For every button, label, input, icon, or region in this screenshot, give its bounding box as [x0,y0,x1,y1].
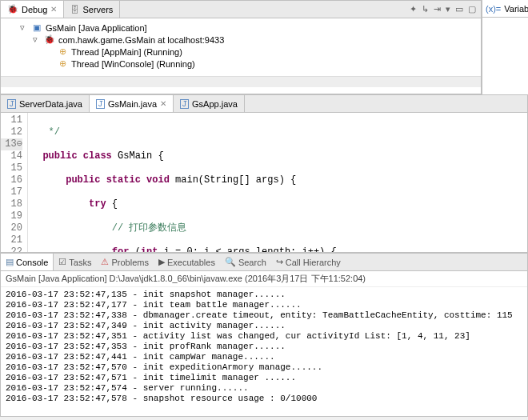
tab-console[interactable]: ▤ Console [1,254,54,270]
tab-variables[interactable]: (x)= Variable [482,0,528,17]
editor-view: 🄹 ServerData.java 🄹 GsMain.java ✕ 🄹 GsAp… [0,94,528,253]
tab-label: Search [238,258,266,267]
executables-icon: ▶ [158,257,165,267]
tab-label: GsApp.java [192,99,238,109]
tab-serverdata[interactable]: 🄹 ServerData.java [1,95,90,112]
tab-label: GsMain.java [108,99,157,109]
console-line: 2016-03-17 23:52:47,135 - init snapshot … [6,290,522,300]
java-app-icon: ▣ [31,22,42,33]
console-line: 2016-03-17 23:52:47,570 - init expeditio… [6,362,522,373]
tab-search[interactable]: 🔍 Search [220,254,271,270]
twisty-icon[interactable]: ▿ [20,22,28,33]
close-icon[interactable]: ✕ [160,99,166,108]
tree-node-thread[interactable]: ⊕ Thread [WinConsole] (Running) [7,58,481,70]
code-area[interactable]: */ public class GsMain { public static v… [28,113,527,252]
console-line: 2016-03-17 23:52:47,353 - init profRank … [6,342,522,352]
tree-label: Thread [WinConsole] (Running) [71,59,195,69]
debug-target-icon: 🐞 [44,34,55,45]
tab-label: Executables [167,258,215,267]
console-icon: ▤ [6,257,14,267]
call-hierarchy-icon: ↪ [276,257,283,267]
code-text: GsMain { [112,150,164,162]
problems-icon: ⚠ [101,257,109,267]
tab-label: ServerData.java [19,99,82,109]
console-tab-bar: ▤ Console ☑ Tasks ⚠ Problems ▶ Executabl… [1,254,527,271]
console-line: 2016-03-17 23:52:47,571 - init timelimit… [6,373,522,383]
code-text: // 打印参数信息 [112,222,187,234]
tab-label: Console [16,258,48,267]
variables-view: (x)= Variable [482,0,528,94]
tree-label: Thread [AppMain] (Running) [71,47,182,57]
debug-tab-bar: 🐞 Debug ✕ 🗄 Servers ✦ ↳ ⇥ ▾ ▭ ▢ [1,1,481,18]
tab-servers[interactable]: 🗄 Servers [64,1,120,18]
console-line: 2016-03-17 23:52:47,351 - activity list … [6,331,522,342]
tasks-icon: ☑ [58,257,66,267]
java-file-icon: 🄹 [180,99,189,109]
tab-gsapp[interactable]: 🄹 GsApp.java [174,95,245,112]
tab-label: Tasks [69,258,91,267]
tree-label: com.hawk.game.GsMain at localhost:9433 [58,35,224,45]
code-text: */ [49,126,60,138]
tab-label: Problems [111,258,148,267]
step-icon[interactable]: ↳ [422,4,429,14]
horizontal-scrollbar[interactable] [1,76,481,87]
remove-terminated-icon[interactable]: ✦ [410,4,417,14]
console-line: 2016-03-17 23:52:47,441 - init campWar m… [6,352,522,362]
tree-node-app[interactable]: ▿ ▣ GsMain [Java Application] [7,22,481,34]
tab-label: Servers [82,5,113,14]
tab-problems[interactable]: ⚠ Problems [96,254,153,270]
console-line: 2016-03-17 23:52:47,177 - init team batt… [6,300,522,310]
java-file-icon: 🄹 [7,99,16,109]
code-text: ( [129,246,140,252]
tab-executables[interactable]: ▶ Executables [154,254,220,270]
servers-icon: 🗄 [70,5,79,14]
tab-gsmain[interactable]: 🄹 GsMain.java ✕ [90,95,174,112]
console-line: 2016-03-17 23:52:47,349 - init activity … [6,321,522,331]
editor-tab-bar: 🄹 ServerData.java 🄹 GsMain.java ✕ 🄹 GsAp… [1,95,527,113]
line-gutter: 111213⊖14151617181920212223 [1,113,28,252]
console-line: 2016-03-17 23:52:47,578 - snapshot resou… [6,394,522,404]
code-text: public class [42,150,111,162]
tab-label: Debug [22,5,47,14]
console-line: 2016-03-17 23:52:47,574 - server running… [6,383,522,394]
tree-node-connection[interactable]: ▿ 🐞 com.hawk.game.GsMain at localhost:94… [7,34,481,46]
code-text: public static void [66,174,170,186]
collapse-icon[interactable]: ⇥ [434,4,441,14]
debug-tree[interactable]: ▿ ▣ GsMain [Java Application] ▿ 🐞 com.ha… [1,18,481,76]
tab-call-hierarchy[interactable]: ↪ Call Hierarchy [271,254,346,270]
search-icon: 🔍 [225,257,236,267]
variables-tab-bar: (x)= Variable [482,0,528,18]
code-text: try [89,198,106,210]
thread-icon: ⊕ [57,46,68,57]
tab-label: Call Hierarchy [286,258,341,267]
menu-icon[interactable]: ▾ [446,4,450,14]
twisty-icon[interactable]: ▿ [33,34,41,45]
debug-toolbar: ✦ ↳ ⇥ ▾ ▭ ▢ [410,4,481,14]
tree-label: GsMain [Java Application] [46,23,147,33]
code-text: for [112,246,130,252]
code-text: i = 0; i < args.length; i++) { [158,246,336,252]
tab-label: Variable [504,4,528,14]
tab-tasks[interactable]: ☑ Tasks [54,254,96,270]
code-text: int [141,246,158,252]
code-text: main(String[] args) { [170,174,296,186]
tab-debug[interactable]: 🐞 Debug ✕ [1,1,64,18]
close-icon[interactable]: ✕ [50,5,57,14]
thread-icon: ⊕ [57,58,68,69]
console-line: 2016-03-17 23:52:47,338 - dbmanager.crea… [6,310,522,321]
tree-node-thread[interactable]: ⊕ Thread [AppMain] (Running) [7,46,481,58]
console-process-label: GsMain [Java Application] D:\Java\jdk1.8… [1,271,527,287]
console-output[interactable]: 2016-03-17 23:52:47,135 - init snapshot … [1,287,527,416]
code-text: { [106,198,118,210]
maximize-icon[interactable]: ▢ [468,4,476,14]
debug-view: 🐞 Debug ✕ 🗄 Servers ✦ ↳ ⇥ ▾ ▭ ▢ ▿ ▣ GsMa… [0,0,482,94]
editor-body[interactable]: 111213⊖14151617181920212223 */ public cl… [1,113,527,252]
minimize-icon[interactable]: ▭ [455,4,463,14]
bug-icon: 🐞 [7,4,18,14]
java-file-icon: 🄹 [96,99,105,109]
variables-icon: (x)= [486,4,501,14]
console-view: ▤ Console ☑ Tasks ⚠ Problems ▶ Executabl… [0,253,528,417]
